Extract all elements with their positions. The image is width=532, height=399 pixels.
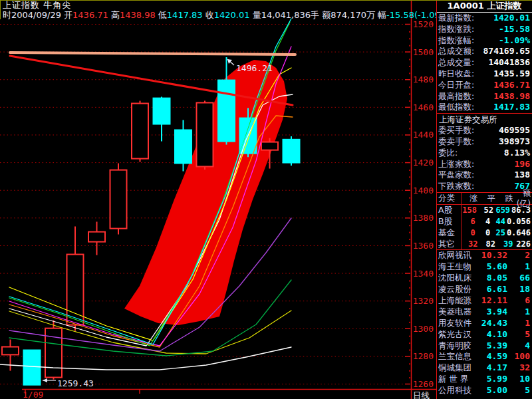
row-label: 上涨家数: bbox=[438, 159, 474, 170]
quote-section: 最新指数:1420.01指数涨跌:-15.58指数涨幅:-1.09%总成交额:8… bbox=[437, 13, 532, 114]
y-minor-tick bbox=[409, 66, 410, 67]
stock-price: 5.39 bbox=[477, 340, 507, 352]
stock-row[interactable]: 新 世 界5.9910 bbox=[437, 374, 532, 385]
y-minor-tick bbox=[409, 370, 410, 372]
x-tick-label: 1/09 bbox=[23, 390, 43, 399]
candle-body bbox=[218, 80, 235, 142]
stock-row[interactable]: 海王生物5.601 bbox=[437, 261, 532, 273]
quote-panel: 1A0001 上证指数 最新指数:1420.01指数涨跌:-15.58指数涨幅:… bbox=[436, 0, 532, 399]
stock-ticker-list: 欣网视讯10.322海王生物5.601沈阳机床8.0566凌云股份6.6118上… bbox=[437, 250, 532, 396]
stock-row[interactable]: 沈阳机床8.0566 bbox=[437, 273, 532, 284]
stock-price: 5.99 bbox=[477, 374, 507, 385]
market-stats-section: 委买手数:469595委卖手数:398973委比:8.13%上涨家数:196平盘… bbox=[437, 125, 532, 193]
stock-extra: 66 bbox=[507, 273, 530, 284]
app-window: 1520150014801460144014201400138013601340… bbox=[0, 0, 532, 399]
table-row: 其它328239226 bbox=[437, 239, 532, 250]
col-header: 跌 bbox=[497, 193, 515, 204]
y-tick-label: 1300 bbox=[413, 324, 434, 334]
y-tick-label: 1260 bbox=[413, 379, 434, 389]
quote-row: 总成交量:14041836 bbox=[437, 57, 532, 68]
stock-row[interactable]: 青海明胶5.394 bbox=[437, 340, 532, 352]
annotation-value: 1259.43 bbox=[57, 378, 94, 388]
category-table: 分类涨平跌额(亿)A股1585265986.3B股64440.056基金0025… bbox=[437, 193, 532, 250]
row-label: 委买手数: bbox=[438, 125, 474, 136]
stock-price: 10.32 bbox=[477, 250, 507, 261]
y-tick-label: 1400 bbox=[413, 186, 434, 196]
stock-name: 铜城集团 bbox=[438, 362, 477, 374]
stock-price: 3.94 bbox=[477, 307, 507, 318]
quote-row: 最新指数:1420.01 bbox=[437, 13, 532, 24]
category-name: 其它 bbox=[437, 239, 462, 250]
col-header: 平 bbox=[479, 193, 497, 204]
stock-row[interactable]: 欣网视讯10.322 bbox=[437, 250, 532, 261]
candle-body bbox=[110, 170, 127, 229]
candlestick-chart[interactable]: 1520150014801460144014201400138013601340… bbox=[0, 0, 436, 399]
quote-row: 最高指数:1438.98 bbox=[437, 91, 532, 102]
quote-row: 最低指数:1417.83 bbox=[437, 102, 532, 113]
flat-count: 82 bbox=[479, 239, 497, 250]
up-count: 0 bbox=[462, 227, 477, 239]
col-header: 涨 bbox=[462, 193, 479, 204]
stock-extra: 100 bbox=[507, 351, 530, 362]
table-row: 基金00250.646 bbox=[437, 227, 532, 239]
up-count: 158 bbox=[462, 205, 478, 216]
y-minor-tick bbox=[409, 349, 410, 350]
stock-price: 24.43 bbox=[477, 318, 507, 329]
row-label: 平盘家数: bbox=[438, 170, 474, 181]
candle-body bbox=[88, 232, 105, 242]
y-minor-tick bbox=[409, 322, 410, 323]
table-row: B股64440.056 bbox=[437, 216, 532, 227]
stock-row[interactable]: 凌云股份6.6118 bbox=[437, 284, 532, 295]
stock-extra: 6 bbox=[507, 295, 530, 307]
stock-row[interactable]: 紫光古汉4.105 bbox=[437, 329, 532, 340]
ma-white-long bbox=[0, 347, 291, 370]
stock-row[interactable]: 上海能源12.116 bbox=[437, 295, 532, 307]
y-minor-tick bbox=[409, 280, 410, 281]
row-label: 总成交额: bbox=[438, 46, 474, 57]
quote-row: 总成交额:874169.65 bbox=[437, 46, 532, 57]
row-label: 昨日收盘: bbox=[438, 68, 474, 80]
stock-row[interactable]: 用友软件24.431 bbox=[437, 318, 532, 329]
y-minor-tick bbox=[409, 204, 410, 205]
stock-row[interactable]: 兰宝信息4.59100 bbox=[437, 351, 532, 362]
stock-extra: 10 bbox=[507, 374, 530, 385]
stock-row[interactable]: 公用科技5.005 bbox=[437, 385, 532, 396]
y-minor-tick bbox=[409, 114, 410, 116]
y-tick-label: 1460 bbox=[413, 102, 434, 112]
y-minor-tick bbox=[409, 259, 410, 261]
quote-row: 今日开盘:1436.71 bbox=[437, 80, 532, 91]
y-minor-tick bbox=[409, 176, 410, 178]
y-minor-tick bbox=[409, 149, 410, 150]
row-label: 最低指数: bbox=[438, 102, 474, 113]
stock-row[interactable]: 美菱电器3.941 bbox=[437, 307, 532, 318]
amount: 86.3 bbox=[511, 205, 532, 216]
annotation-arrowhead bbox=[43, 378, 47, 382]
stock-extra: 1 bbox=[507, 307, 530, 318]
amount: 0.646 bbox=[507, 227, 532, 239]
y-tick-label: 1280 bbox=[413, 351, 434, 361]
quote-row: 指数涨幅:-1.09% bbox=[437, 35, 532, 47]
y-minor-tick bbox=[409, 267, 410, 268]
window-top-border bbox=[0, 0, 532, 1]
row-label: 指数涨跌: bbox=[438, 24, 474, 35]
y-minor-tick bbox=[409, 184, 410, 185]
row-value: -15.58 bbox=[499, 24, 530, 35]
period-label[interactable]: 日线 bbox=[413, 390, 430, 399]
row-value: 469595 bbox=[499, 125, 530, 136]
down-count: 25 bbox=[491, 227, 507, 239]
y-minor-tick bbox=[409, 225, 410, 226]
row-label: 今日开盘: bbox=[438, 80, 474, 91]
flat-count: 0 bbox=[477, 227, 492, 239]
category-name: A股 bbox=[437, 205, 462, 216]
exchange-name: 上海证券交易所 bbox=[437, 114, 532, 125]
stock-name: 用友软件 bbox=[438, 318, 477, 329]
amount: 226 bbox=[515, 239, 532, 250]
y-minor-tick bbox=[409, 315, 410, 316]
stock-name: 上海能源 bbox=[438, 295, 477, 307]
stock-row[interactable]: 铜城集团4.1732 bbox=[437, 362, 532, 374]
stock-name: 欣网视讯 bbox=[438, 250, 477, 261]
y-minor-tick bbox=[409, 253, 410, 254]
row-value: 196 bbox=[515, 159, 530, 170]
stock-name: 凌云股份 bbox=[438, 284, 477, 295]
y-tick-label: 1360 bbox=[413, 241, 434, 251]
